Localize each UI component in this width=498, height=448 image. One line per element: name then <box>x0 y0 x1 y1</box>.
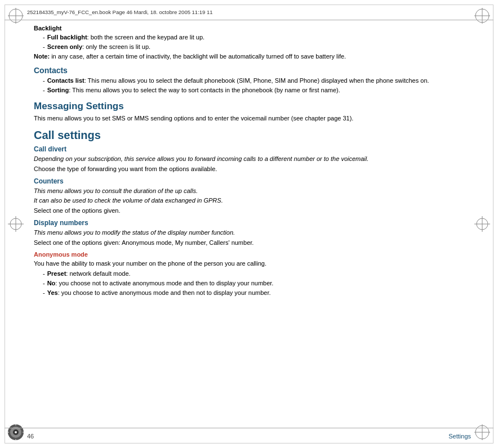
backlight-note-label: Note: <box>34 53 50 60</box>
anon-dash-3: - <box>43 289 45 298</box>
messaging-body: This menu allows you to set SMS or MMS s… <box>34 114 464 123</box>
display-numbers-body2: Select one of the options given: Anonymo… <box>34 239 464 248</box>
contacts-dash-1: - <box>43 77 45 86</box>
anon-label-3: Yes <box>47 289 58 296</box>
footer-bar: 46 Settings <box>5 428 493 443</box>
contacts-label-2: Sorting <box>47 87 69 93</box>
anonymous-mode-subsection: Anonymous mode You have the ability to m… <box>34 251 464 298</box>
call-divert-body2: Choose the type of forwarding you want f… <box>34 165 464 174</box>
contacts-title: Contacts <box>34 66 464 75</box>
backlight-note-text: in any case, after a certain time of ina… <box>50 53 346 60</box>
svg-line-16 <box>21 425 23 427</box>
anon-item-3: - Yes: you choose to active anonymous mo… <box>43 289 464 298</box>
anon-dash-1: - <box>43 270 45 279</box>
messaging-title: Messaging Settings <box>34 101 464 112</box>
counters-body2: It can also be used to check the volume … <box>34 196 464 205</box>
anonymous-mode-title: Anonymous mode <box>34 251 464 258</box>
backlight-item-1-text: Full backlight: both the screen and the … <box>47 33 464 42</box>
contacts-text-2: : This menu allows you to select the way… <box>69 87 340 93</box>
mid-right-mark <box>472 214 492 234</box>
backlight-title: Backlight <box>34 25 464 32</box>
backlight-section: Backlight - Full backlight: both the scr… <box>34 25 464 61</box>
call-divert-body1: Depending on your subscription, this ser… <box>34 155 464 164</box>
contacts-item-2: - Sorting: This menu allows you to selec… <box>43 86 464 95</box>
backlight-text-1: : both the screen and the keypad are lit… <box>87 34 205 41</box>
header-bar: 252184335_myV-76_FCC_en.book Page 46 Mar… <box>5 5 493 20</box>
anon-item-2: - No: you choose not to activate anonymo… <box>43 279 464 288</box>
svg-line-14 <box>8 425 10 427</box>
contacts-dash-2: - <box>43 86 45 95</box>
mid-left-mark <box>6 214 26 234</box>
anon-item-1: - Preset: network default mode. <box>43 270 464 279</box>
anon-text-1: : network default mode. <box>66 270 130 277</box>
backlight-item-2: - Screen only: only the screen is lit up… <box>43 43 464 52</box>
header-text: 252184335_myV-76_FCC_en.book Page 46 Mar… <box>27 9 213 15</box>
content-area: Backlight - Full backlight: both the scr… <box>34 20 464 425</box>
display-numbers-subsection: Display numbers This menu allows you to … <box>34 219 464 298</box>
contacts-section: Contacts - Contacts list: This menu allo… <box>34 66 464 95</box>
call-settings-section: Call settings Call divert Depending on y… <box>34 129 464 298</box>
contacts-label-1: Contacts list <box>47 77 85 84</box>
backlight-label-2: Screen only <box>47 43 82 50</box>
anon-item-2-text: No: you choose not to activate anonymous… <box>47 279 464 288</box>
anon-text-3: : you choose to active anonymous mode an… <box>58 289 271 296</box>
counters-subsection: Counters This menu allows you to consult… <box>34 177 464 216</box>
anon-label-1: Preset <box>47 270 66 277</box>
counters-body3: Select one of the options given. <box>34 207 464 216</box>
display-numbers-title: Display numbers <box>34 219 464 227</box>
call-divert-title: Call divert <box>34 145 464 153</box>
footer-section: Settings <box>448 433 471 440</box>
dash-2: - <box>43 43 45 52</box>
contacts-item-1: - Contacts list: This menu allows you to… <box>43 77 464 86</box>
anonymous-mode-body: You have the ability to mask your number… <box>34 259 464 268</box>
anon-text-2: : you choose not to activate anonymous m… <box>55 280 273 286</box>
contacts-text-1: : This menu allows you to select the def… <box>85 77 429 84</box>
dash-1: - <box>43 33 45 42</box>
anon-dash-2: - <box>43 279 45 288</box>
backlight-note: Note: in any case, after a certain time … <box>34 52 464 61</box>
contacts-item-1-text: Contacts list: This menu allows you to s… <box>47 77 464 86</box>
anon-item-3-text: Yes: you choose to active anonymous mode… <box>47 289 464 298</box>
counters-body1: This menu allows you to consult the dura… <box>34 187 464 196</box>
backlight-item-2-text: Screen only: only the screen is lit up. <box>47 43 464 52</box>
footer-page-number: 46 <box>27 433 34 440</box>
backlight-text-2: : only the screen is lit up. <box>82 43 150 50</box>
anon-label-2: No <box>47 280 56 286</box>
backlight-label-1: Full backlight <box>47 34 87 41</box>
backlight-item-1: - Full backlight: both the screen and th… <box>43 33 464 42</box>
anon-item-1-text: Preset: network default mode. <box>47 270 464 279</box>
messaging-section: Messaging Settings This menu allows you … <box>34 101 464 123</box>
call-settings-title: Call settings <box>34 129 464 142</box>
display-numbers-body1: This menu allows you to modify the statu… <box>34 229 464 238</box>
call-divert-subsection: Call divert Depending on your subscripti… <box>34 145 464 174</box>
contacts-item-2-text: Sorting: This menu allows you to select … <box>47 86 464 95</box>
counters-title: Counters <box>34 177 464 185</box>
